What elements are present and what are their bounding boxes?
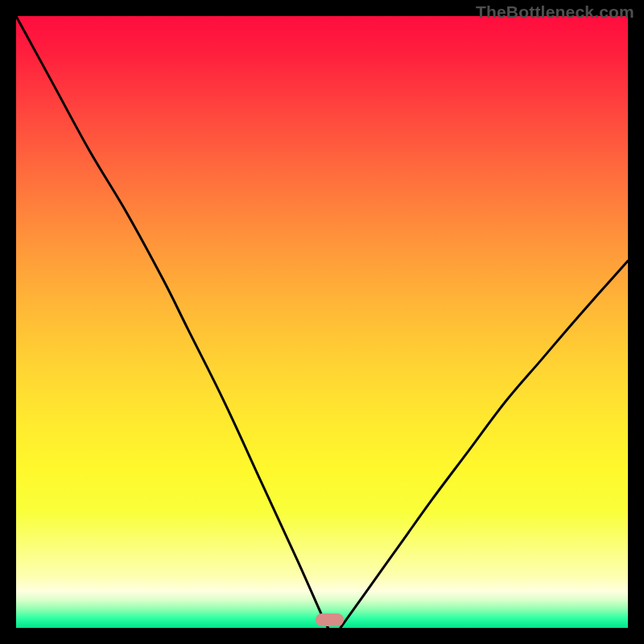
watermark-text: TheBottleneck.com [476,2,634,22]
curve-right-branch [341,261,628,628]
chart-frame: TheBottleneck.com [0,0,644,644]
bottleneck-marker [316,613,343,626]
plot-area [16,16,628,628]
chart-curve-layer [16,16,628,628]
curve-left-branch [16,16,328,628]
